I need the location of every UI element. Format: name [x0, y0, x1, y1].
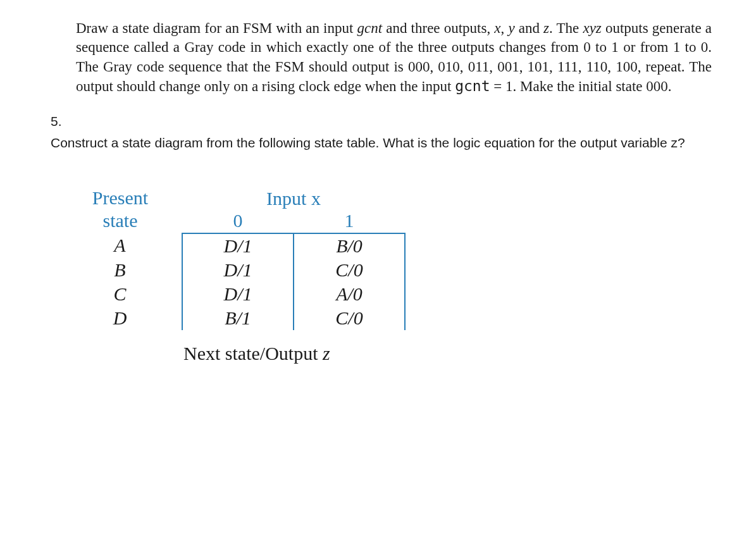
x0-cell: B/1 — [182, 306, 294, 330]
table-footer-label: Next state/Output z — [183, 343, 712, 364]
problem-4-text: Draw a state diagram for an FSM with an … — [76, 19, 712, 96]
page: Draw a state diagram for an FSM with an … — [0, 0, 756, 383]
x1-cell: C/0 — [294, 306, 405, 330]
problem-5-text: Construct a state diagram from the follo… — [51, 134, 712, 152]
state-cell: B — [76, 258, 182, 282]
table-row: A D/1 B/0 — [76, 233, 405, 258]
table-row: C D/1 A/0 — [76, 282, 405, 306]
state-cell: C — [76, 282, 182, 306]
state-table-container: Present Input x state 0 1 A D/1 B/0 B D/… — [76, 187, 712, 364]
x1-cell: C/0 — [294, 258, 405, 282]
x0-cell: D/1 — [182, 282, 294, 306]
header-col-1: 1 — [294, 210, 405, 233]
header-present: Present — [76, 187, 182, 210]
problem-5-number: 5. — [51, 114, 712, 129]
table-row: B D/1 C/0 — [76, 258, 405, 282]
x1-cell: B/0 — [294, 233, 405, 258]
header-input-label: Input x — [266, 188, 321, 209]
x0-cell: D/1 — [182, 233, 294, 258]
header-input: Input x — [182, 187, 405, 210]
state-table: Present Input x state 0 1 A D/1 B/0 B D/… — [76, 187, 406, 330]
header-col-0: 0 — [182, 210, 294, 233]
state-cell: D — [76, 306, 182, 330]
header-state: state — [76, 210, 182, 233]
table-row: D B/1 C/0 — [76, 306, 405, 330]
state-cell: A — [76, 233, 182, 258]
x1-cell: A/0 — [294, 282, 405, 306]
x0-cell: D/1 — [182, 258, 294, 282]
